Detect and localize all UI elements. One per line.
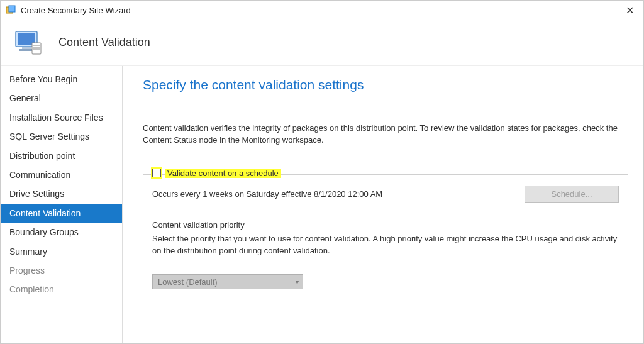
monitor-icon — [13, 28, 43, 58]
validate-schedule-checkbox[interactable] — [152, 169, 161, 177]
chevron-down-icon: ▾ — [296, 279, 299, 286]
sidebar-item-general[interactable]: General — [1, 89, 122, 108]
svg-rect-1 — [9, 6, 15, 12]
priority-description: Select the priority that you want to use… — [152, 233, 618, 257]
window-title: Create Secondary Site Wizard — [21, 6, 621, 15]
app-icon — [6, 5, 16, 15]
sidebar-item-progress: Progress — [1, 261, 122, 280]
page-description: Content validation verifies the integrit… — [143, 123, 627, 147]
validate-schedule-row: Validate content on a schedule — [152, 169, 619, 178]
sidebar-item-summary[interactable]: Summary — [1, 242, 122, 261]
svg-rect-5 — [19, 49, 33, 51]
sidebar-item-distribution-point[interactable]: Distribution point — [1, 147, 122, 165]
sidebar-item-boundary-groups[interactable]: Boundary Groups — [1, 223, 122, 241]
wizard-content: Specify the content validation settings … — [123, 66, 643, 343]
svg-rect-4 — [22, 47, 31, 49]
svg-rect-6 — [32, 43, 41, 54]
wizard-steps-sidebar: Before You Begin General Installation So… — [1, 66, 123, 343]
schedule-summary-text: Occurs every 1 weeks on Saturday effecti… — [152, 189, 382, 199]
wizard-header: Content Validation — [1, 19, 643, 66]
priority-heading: Content validation priority — [152, 220, 619, 230]
sidebar-item-drive-settings[interactable]: Drive Settings — [1, 184, 122, 203]
schedule-button[interactable]: Schedule... — [525, 186, 619, 203]
sidebar-item-before-you-begin[interactable]: Before You Begin — [1, 70, 122, 89]
wizard-body: Before You Begin General Installation So… — [1, 66, 643, 343]
sidebar-item-communication[interactable]: Communication — [1, 165, 122, 184]
close-button[interactable]: ✕ — [621, 4, 638, 16]
titlebar: Create Secondary Site Wizard ✕ — [1, 1, 643, 19]
schedule-group: Validate content on a schedule Occurs ev… — [143, 174, 628, 302]
priority-select-value: Lowest (Default) — [158, 277, 218, 287]
validate-schedule-label: Validate content on a schedule — [165, 169, 281, 178]
priority-select[interactable]: Lowest (Default) ▾ — [152, 274, 303, 289]
wizard-step-heading: Content Validation — [58, 36, 150, 49]
sidebar-item-sql-server-settings[interactable]: SQL Server Settings — [1, 127, 122, 146]
page-title: Specify the content validation settings — [143, 77, 628, 92]
sidebar-item-completion: Completion — [1, 280, 122, 299]
wizard-window: Create Secondary Site Wizard ✕ Content V… — [0, 0, 644, 344]
schedule-summary-row: Occurs every 1 weeks on Saturday effecti… — [152, 186, 619, 203]
sidebar-item-content-validation[interactable]: Content Validation — [1, 204, 122, 223]
sidebar-item-installation-source-files[interactable]: Installation Source Files — [1, 108, 122, 127]
